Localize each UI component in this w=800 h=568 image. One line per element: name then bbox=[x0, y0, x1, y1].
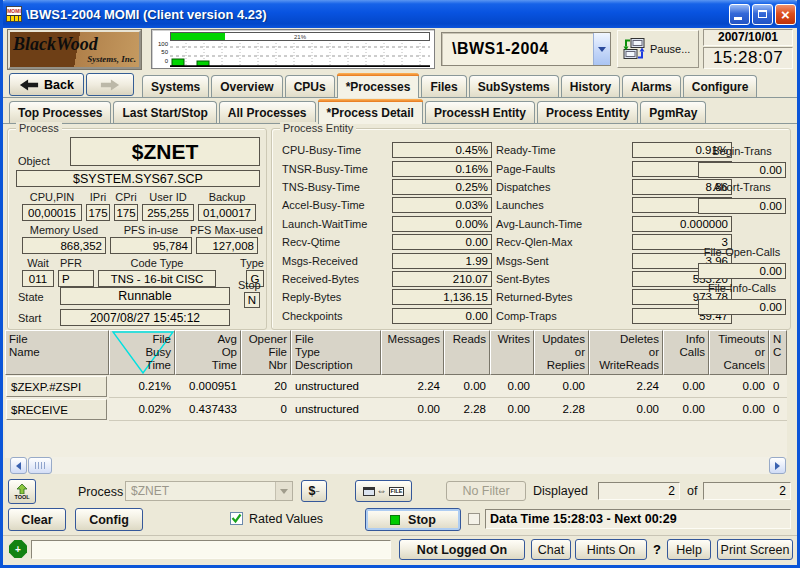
table-horizontal-scrollbar[interactable] bbox=[10, 457, 786, 474]
col-header-updates-or-replies[interactable]: Updates or Replies bbox=[534, 330, 589, 375]
tab-files[interactable]: Files bbox=[421, 75, 466, 97]
table-row[interactable]: $RECEIVE 0.02% 0.437433 0 unstructured 0… bbox=[5, 398, 787, 421]
main-tab-bar: Back Systems Overview CPUs *Processes Fi… bbox=[3, 72, 797, 98]
pause-button[interactable]: Pause... bbox=[617, 30, 699, 68]
col-header-file-name[interactable]: File Name bbox=[5, 330, 109, 375]
tool-button[interactable]: TOOL bbox=[8, 479, 36, 504]
data-time-checkbox[interactable] bbox=[468, 513, 480, 525]
config-button[interactable]: Config bbox=[75, 508, 143, 531]
tab-subsystems[interactable]: SubSystems bbox=[469, 75, 559, 97]
pfs-max-used-field: 127,008 bbox=[196, 237, 258, 254]
process-selector[interactable]: $ZNET bbox=[125, 481, 293, 501]
metric-value: 0.16% bbox=[392, 161, 492, 177]
question-mark-label: ? bbox=[653, 542, 661, 557]
scrollbar-thumb[interactable] bbox=[28, 457, 52, 474]
col-header-file-type[interactable]: File Type Description bbox=[291, 330, 381, 375]
cell-file-busy-time: 0.21% bbox=[109, 375, 175, 398]
blackwood-logo: BlackWood Systems, Inc. bbox=[8, 30, 141, 69]
user-id-field: 255,255 bbox=[142, 204, 194, 221]
cell-info-calls: 0.00 bbox=[663, 398, 709, 421]
no-filter-button[interactable]: No Filter bbox=[446, 481, 526, 501]
entity-metrics-grid: CPU-Busy-Time0.45% Ready-Time0.91% TNSR-… bbox=[282, 141, 732, 325]
chevron-down-icon bbox=[280, 489, 288, 494]
tab-history[interactable]: History bbox=[561, 75, 620, 97]
help-button[interactable]: Help bbox=[667, 539, 711, 560]
code-type-label: Code Type bbox=[98, 257, 216, 269]
y-tick-0: 0 bbox=[154, 58, 168, 64]
cell-writes: 0.00 bbox=[490, 375, 534, 398]
tab-top-processes[interactable]: Top Processes bbox=[9, 101, 111, 123]
forward-arrow-icon bbox=[100, 78, 120, 92]
maximize-button[interactable] bbox=[752, 4, 773, 25]
table-row[interactable]: $ZEXP.#ZSPI 0.21% 0.000951 20 unstructur… bbox=[5, 375, 787, 398]
cost-button[interactable]: $~ bbox=[301, 480, 327, 502]
col-header-messages[interactable]: Messages bbox=[381, 330, 444, 375]
close-button[interactable]: × bbox=[775, 4, 796, 25]
tab-process-entity[interactable]: Process Entity bbox=[537, 101, 638, 123]
scroll-left-button[interactable] bbox=[10, 457, 27, 474]
tab-processes[interactable]: *Processes bbox=[337, 73, 420, 98]
system-selector[interactable]: \BWS1-2004 bbox=[441, 32, 611, 66]
col-header-deletes-or-writereads[interactable]: Deletes or WriteReads bbox=[589, 330, 663, 375]
tab-all-processes[interactable]: All Processes bbox=[219, 101, 316, 123]
tab-last-start-stop[interactable]: Last Start/Stop bbox=[113, 101, 216, 123]
metric-label: Reply-Bytes bbox=[282, 291, 388, 303]
back-button[interactable]: Back bbox=[9, 73, 84, 96]
tab-processh-entity[interactable]: ProcessH Entity bbox=[425, 101, 535, 123]
col-header-timeouts-or-cancels[interactable]: Timeouts or Cancels bbox=[709, 330, 769, 375]
chat-button[interactable]: Chat bbox=[531, 539, 571, 560]
col-header-opener-file-nbr[interactable]: Opener File Nbr bbox=[241, 330, 291, 375]
cell-updates: 2.28 bbox=[534, 398, 589, 421]
cell-clipped: 0 bbox=[769, 375, 787, 398]
system-selector-value: \BWS1-2004 bbox=[442, 33, 593, 65]
cell-writes: 0.00 bbox=[490, 398, 534, 421]
tab-systems[interactable]: Systems bbox=[142, 75, 209, 97]
col-header-file-busy-time[interactable]: File Busy Time bbox=[109, 330, 175, 375]
col-header-info-calls[interactable]: Info Calls bbox=[663, 330, 709, 375]
file-info-calls-field: 0.00 bbox=[698, 299, 786, 315]
tab-pgmray[interactable]: PgmRay bbox=[640, 101, 706, 123]
y-tick-100: 100 bbox=[154, 41, 168, 47]
pfr-label: PFR bbox=[60, 257, 82, 269]
minimize-button[interactable] bbox=[729, 4, 750, 25]
back-arrow-icon bbox=[19, 78, 39, 92]
file-name-cell[interactable]: $ZEXP.#ZSPI bbox=[6, 376, 107, 397]
y-tick-50: 50 bbox=[154, 49, 168, 55]
tab-alarms[interactable]: Alarms bbox=[622, 75, 681, 97]
metric-value: 0.00 bbox=[392, 234, 492, 250]
status-message-field bbox=[31, 540, 391, 559]
pfs-in-use-field: 95,784 bbox=[110, 237, 192, 254]
clear-button[interactable]: Clear bbox=[8, 508, 66, 531]
window-title: \BWS1-2004 MOMI (Client version 4.23) bbox=[26, 7, 727, 22]
abort-trans-label: Abort-Trans bbox=[692, 181, 792, 193]
status-bar: + Not Logged On Chat Hints On ? Help Pri… bbox=[3, 535, 797, 562]
toolbar: BlackWood Systems, Inc. 21% 100 50 0 bbox=[3, 28, 797, 72]
title-bar[interactable]: MOMI \BWS1-2004 MOMI (Client version 4.2… bbox=[0, 0, 800, 28]
hints-on-button[interactable]: Hints On bbox=[575, 539, 647, 560]
rated-values-checkbox[interactable] bbox=[230, 512, 243, 525]
col-header-avg-op-time[interactable]: Avg Op Time bbox=[175, 330, 241, 375]
cell-file-type: unstructured bbox=[291, 398, 381, 421]
tab-overview[interactable]: Overview bbox=[211, 75, 282, 97]
col-header-clipped[interactable]: N C bbox=[769, 330, 787, 375]
system-selector-dropdown-button[interactable] bbox=[593, 33, 610, 65]
process-detail-content: Process Object $ZNET $SYSTEM.SYS67.SCP C… bbox=[3, 124, 797, 477]
forward-button[interactable] bbox=[86, 73, 134, 96]
state-label: State bbox=[18, 291, 44, 303]
col-header-writes[interactable]: Writes bbox=[490, 330, 534, 375]
print-screen-button[interactable]: Print Screen bbox=[717, 539, 793, 560]
tab-process-detail[interactable]: *Process Detail bbox=[318, 99, 423, 124]
stop-mode-label: Stop bbox=[238, 279, 261, 291]
process-file-toggle-button[interactable]: ⇔FILE bbox=[355, 480, 412, 502]
tab-cpus[interactable]: CPUs bbox=[285, 75, 335, 97]
stop-button[interactable]: Stop bbox=[365, 508, 461, 531]
process-selector-dropdown-button[interactable] bbox=[275, 482, 292, 500]
scroll-right-button[interactable] bbox=[769, 457, 786, 474]
process-entity-groupbox: Process Entity CPU-Busy-Time0.45% Ready-… bbox=[271, 128, 791, 330]
file-open-calls-label: File-Open-Calls bbox=[692, 246, 792, 258]
file-name-cell[interactable]: $RECEIVE bbox=[6, 399, 107, 420]
col-header-reads[interactable]: Reads bbox=[444, 330, 490, 375]
not-logged-on-button[interactable]: Not Logged On bbox=[399, 539, 525, 560]
tab-configure[interactable]: Configure bbox=[683, 75, 758, 97]
cpu-mini-graph[interactable]: 21% 100 50 0 bbox=[151, 29, 435, 69]
